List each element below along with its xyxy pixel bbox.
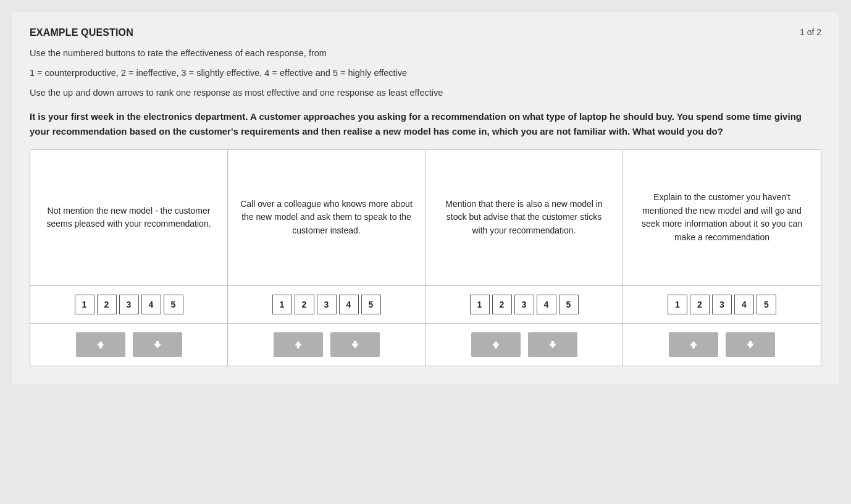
instruction-block: Use the numbered buttons to rate the eff…: [30, 47, 821, 99]
scenario-text: It is your first week in the electronics…: [30, 109, 821, 138]
rating-btn-b-4[interactable]: 4: [339, 295, 359, 314]
arrow-up-btn-d[interactable]: [669, 332, 718, 357]
rating-btn-a-4[interactable]: 4: [141, 295, 161, 314]
response-col-b: Call over a colleague who knows more abo…: [228, 150, 426, 366]
rating-btn-b-5[interactable]: 5: [361, 295, 381, 314]
arrow-cell-a: [30, 324, 227, 366]
down-arrow-icon-a: [152, 339, 163, 350]
arrow-down-btn-b[interactable]: [330, 332, 380, 357]
page-indicator: 1 of 2: [800, 27, 821, 37]
up-arrow-icon-c: [490, 339, 501, 350]
response-col-d: Explain to the customer you haven't ment…: [623, 150, 821, 366]
response-text-a: Not mention the new model - the customer…: [30, 150, 227, 286]
arrow-up-btn-c[interactable]: [471, 332, 521, 357]
rating-cell-c: 1 2 3 4 5: [426, 286, 623, 324]
rating-cell-d: 1 2 3 4 5: [623, 286, 821, 324]
rating-btn-d-4[interactable]: 4: [734, 295, 754, 314]
arrow-cell-d: [623, 324, 821, 366]
instruction-line-2: 1 = counterproductive, 2 = ineffective, …: [30, 67, 821, 80]
rating-btn-d-3[interactable]: 3: [712, 295, 732, 314]
up-arrow-icon-a: [95, 339, 106, 350]
rating-cell-b: 1 2 3 4 5: [228, 286, 425, 324]
response-text-d: Explain to the customer you haven't ment…: [623, 150, 821, 286]
header-row: EXAMPLE QUESTION 1 of 2: [30, 27, 821, 38]
rating-btn-b-1[interactable]: 1: [272, 295, 292, 314]
instruction-line-3: Use the up and down arrows to rank one r…: [30, 86, 821, 100]
rating-btn-c-5[interactable]: 5: [559, 295, 579, 314]
rating-btn-b-3[interactable]: 3: [317, 295, 337, 314]
instruction-line-1: Use the numbered buttons to rate the eff…: [30, 47, 821, 61]
response-text-b: Call over a colleague who knows more abo…: [228, 150, 425, 286]
rating-btn-d-2[interactable]: 2: [690, 295, 710, 314]
response-col-c: Mention that there is also a new model i…: [426, 150, 623, 366]
response-col-a: Not mention the new model - the customer…: [30, 150, 228, 366]
rating-btn-a-1[interactable]: 1: [75, 295, 94, 314]
response-text-c: Mention that there is also a new model i…: [426, 150, 623, 286]
rating-btn-a-5[interactable]: 5: [164, 295, 183, 314]
arrow-down-btn-d[interactable]: [726, 332, 775, 357]
page-container: EXAMPLE QUESTION 1 of 2 Use the numbered…: [12, 12, 839, 384]
rating-btn-d-1[interactable]: 1: [668, 295, 687, 314]
rating-btn-a-2[interactable]: 2: [97, 295, 117, 314]
down-arrow-icon-c: [547, 339, 558, 350]
rating-btn-c-4[interactable]: 4: [537, 295, 556, 314]
rating-btn-d-5[interactable]: 5: [757, 295, 776, 314]
arrow-up-btn-b[interactable]: [274, 332, 323, 357]
arrow-down-btn-c[interactable]: [528, 332, 577, 357]
arrow-cell-b: [228, 324, 425, 366]
example-title: EXAMPLE QUESTION: [30, 27, 133, 38]
up-arrow-icon-b: [293, 339, 304, 350]
rating-btn-c-3[interactable]: 3: [514, 295, 534, 314]
down-arrow-icon-b: [350, 339, 361, 350]
rating-btn-b-2[interactable]: 2: [295, 295, 314, 314]
rating-cell-a: 1 2 3 4 5: [30, 286, 227, 324]
arrow-down-btn-a[interactable]: [133, 332, 182, 357]
response-grid: Not mention the new model - the customer…: [30, 149, 821, 366]
rating-btn-c-2[interactable]: 2: [492, 295, 512, 314]
up-arrow-icon-d: [688, 339, 699, 350]
arrow-up-btn-a[interactable]: [76, 332, 125, 357]
arrow-cell-c: [426, 324, 623, 366]
rating-btn-c-1[interactable]: 1: [470, 295, 490, 314]
rating-btn-a-3[interactable]: 3: [119, 295, 139, 314]
down-arrow-icon-d: [745, 339, 756, 350]
